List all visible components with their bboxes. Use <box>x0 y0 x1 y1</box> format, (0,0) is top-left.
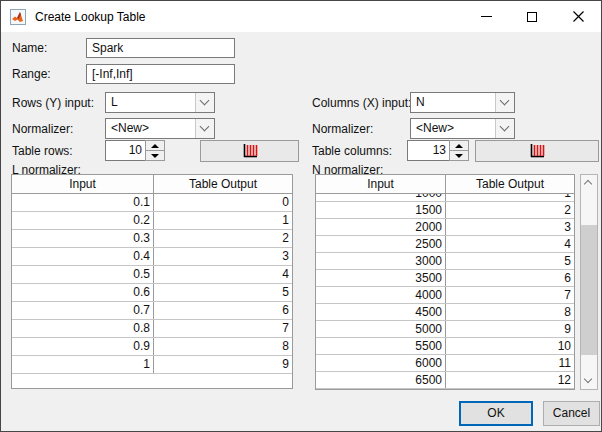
table-row: 550010 <box>316 338 574 355</box>
table-cell[interactable]: 1 <box>12 356 154 373</box>
table-cell[interactable]: 8 <box>446 304 574 320</box>
chevron-down-icon <box>195 119 214 138</box>
table-cell[interactable]: 4 <box>446 236 574 252</box>
spinner-down-button[interactable] <box>145 151 165 161</box>
chevron-up-icon <box>584 180 592 188</box>
chevron-down-icon <box>495 119 514 138</box>
table-cell[interactable]: 9 <box>154 356 292 373</box>
table-row: 600011 <box>316 355 574 372</box>
table-cell[interactable]: 0.7 <box>12 302 154 319</box>
table-cell[interactable]: 0.6 <box>12 284 154 301</box>
table-cell[interactable]: 0.3 <box>12 230 154 247</box>
scrollbar-thumb[interactable] <box>581 225 597 355</box>
left-normalizer-label: Normalizer: <box>12 119 73 139</box>
table-row: 650012 <box>316 372 574 389</box>
table-cell[interactable]: 5 <box>154 284 292 301</box>
close-button[interactable] <box>555 1 601 32</box>
matlab-logo-icon <box>10 9 26 25</box>
table-cell[interactable]: 5 <box>446 253 574 269</box>
table-cell[interactable]: 5500 <box>316 338 446 354</box>
table-cell[interactable]: 0.1 <box>12 194 154 211</box>
minimize-button[interactable] <box>463 1 509 32</box>
table-cell[interactable]: 6 <box>154 302 292 319</box>
left-normalizer-combobox[interactable]: <New> <box>105 118 215 139</box>
rows-input-combobox[interactable]: L <box>105 92 215 113</box>
vertical-scrollbar[interactable] <box>580 174 598 390</box>
table-cell[interactable]: 3 <box>154 248 292 265</box>
table-row: 0.10 <box>12 194 292 212</box>
table-columns-label: Table columns: <box>312 141 392 161</box>
table-cell[interactable]: 6 <box>446 270 574 286</box>
create-lookup-table-dialog: Create Lookup Table Name: Spark Range: [… <box>0 0 602 432</box>
table-cell[interactable]: 1500 <box>316 202 446 218</box>
right-normalizer-combobox[interactable]: <New> <box>410 118 515 139</box>
table-cell[interactable]: 1000 <box>316 194 446 201</box>
table-cell[interactable]: 2000 <box>316 219 446 235</box>
table-columns-input[interactable]: 13 <box>407 140 450 161</box>
table-cell[interactable]: 0 <box>154 194 292 211</box>
table-cell[interactable]: 1 <box>446 194 574 201</box>
table-cell[interactable]: 0.2 <box>12 212 154 229</box>
spinner-down-button[interactable] <box>449 151 469 161</box>
chevron-down-icon <box>495 93 514 112</box>
table-row: 50009 <box>316 321 574 338</box>
table-cell[interactable]: 2 <box>154 230 292 247</box>
maximize-button[interactable] <box>509 1 555 32</box>
table-cell[interactable]: 6000 <box>316 355 446 371</box>
spinner-up-button[interactable] <box>449 140 469 151</box>
scroll-up-button[interactable] <box>581 175 597 191</box>
columns-input-value: N <box>411 93 495 112</box>
table-cell[interactable]: 9 <box>446 321 574 337</box>
table-cell[interactable]: 0.9 <box>12 338 154 355</box>
table-cell[interactable]: 1 <box>154 212 292 229</box>
ok-button[interactable]: OK <box>459 401 533 426</box>
title-bar[interactable]: Create Lookup Table <box>1 1 601 32</box>
table-cell[interactable]: 2500 <box>316 236 446 252</box>
table-row: 0.54 <box>12 266 292 284</box>
table-cell[interactable]: 3 <box>446 219 574 235</box>
table-row: 0.76 <box>12 302 292 320</box>
table-cell[interactable]: 5000 <box>316 321 446 337</box>
table-cell[interactable]: 7 <box>446 287 574 303</box>
table-cell[interactable]: 11 <box>446 355 574 371</box>
triangle-down-icon <box>455 154 463 158</box>
table-cell[interactable]: 2 <box>446 202 574 218</box>
columns-input-combobox[interactable]: N <box>410 92 515 113</box>
table-cell[interactable]: 10 <box>446 338 574 354</box>
rows-histogram-button[interactable] <box>200 140 299 162</box>
table-cell[interactable]: 0.8 <box>12 320 154 337</box>
table-cell[interactable]: 8 <box>154 338 292 355</box>
scroll-down-button[interactable] <box>581 373 597 389</box>
table-cell[interactable]: 7 <box>154 320 292 337</box>
table-cell[interactable]: 4 <box>154 266 292 283</box>
dialog-body: Name: Spark Range: [-Inf,Inf] Rows (Y) i… <box>2 32 600 430</box>
table-cell[interactable]: 4000 <box>316 287 446 303</box>
column-header-input[interactable]: Input <box>316 175 446 193</box>
column-header-table-output[interactable]: Table Output <box>446 175 574 193</box>
column-header-table-output[interactable]: Table Output <box>154 175 292 193</box>
table-row: 0.87 <box>12 320 292 338</box>
table-cell[interactable]: 3500 <box>316 270 446 286</box>
triangle-up-icon <box>455 144 463 148</box>
cancel-button[interactable]: Cancel <box>543 401 600 426</box>
table-cell[interactable]: 0.5 <box>12 266 154 283</box>
table-header-row: Input Table Output <box>316 175 574 194</box>
table-row: 0.43 <box>12 248 292 266</box>
table-row: 20003 <box>316 219 574 236</box>
column-header-input[interactable]: Input <box>12 175 154 193</box>
spinner-up-button[interactable] <box>145 140 165 151</box>
table-cell[interactable]: 4500 <box>316 304 446 320</box>
left-normalizer-value: <New> <box>106 119 195 138</box>
range-input[interactable]: [-Inf,Inf] <box>86 64 235 84</box>
table-rows-input[interactable]: 10 <box>105 140 146 161</box>
table-cell[interactable]: 6500 <box>316 372 446 388</box>
maximize-icon <box>527 12 537 22</box>
columns-histogram-button[interactable] <box>475 140 599 162</box>
chevron-down-icon <box>584 375 592 383</box>
table-cell[interactable]: 0.4 <box>12 248 154 265</box>
table-rows-label: Table rows: <box>12 141 73 161</box>
table-cell[interactable]: 12 <box>446 372 574 388</box>
name-input[interactable]: Spark <box>86 38 235 58</box>
scrollbar-track[interactable] <box>581 191 597 373</box>
table-cell[interactable]: 3000 <box>316 253 446 269</box>
